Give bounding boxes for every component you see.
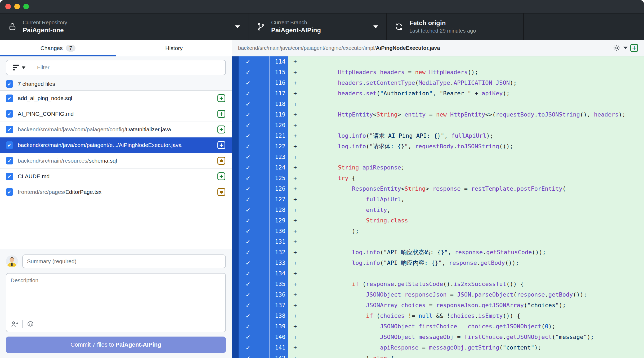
line-include-checkmark[interactable]: ✓: [239, 258, 269, 268]
added-line: + JSONObject responseJson = JSON.parseOb…: [288, 289, 644, 300]
file-checkbox[interactable]: ✓: [6, 141, 13, 149]
line-include-checkmark[interactable]: ✓: [239, 205, 269, 215]
minimize-window-button[interactable]: [14, 4, 20, 9]
file-path-label: frontend/src/pages/EditorPage.tsx: [18, 189, 217, 195]
commit-button[interactable]: Commit 7 files to PaiAgent-AIPing: [6, 337, 226, 353]
hunk-selection-strip[interactable]: [232, 311, 239, 321]
filter-options-button[interactable]: [6, 60, 32, 75]
hunk-selection-strip[interactable]: [232, 236, 239, 247]
hunk-selection-strip[interactable]: [232, 173, 239, 184]
file-row[interactable]: ✓add_ai_ping_node.sql+: [0, 91, 232, 106]
fetch-subtitle: Last fetched 29 minutes ago: [409, 28, 476, 34]
line-include-checkmark[interactable]: ✓: [239, 56, 269, 67]
hunk-selection-strip[interactable]: [232, 205, 239, 215]
line-include-checkmark[interactable]: ✓: [239, 236, 269, 247]
file-checkbox[interactable]: ✓: [6, 157, 13, 164]
file-checkbox[interactable]: ✓: [6, 95, 13, 102]
hunk-selection-strip[interactable]: [232, 88, 239, 99]
hunk-selection-strip[interactable]: [232, 162, 239, 173]
gear-icon[interactable]: [613, 44, 621, 52]
line-include-checkmark[interactable]: ✓: [239, 311, 269, 321]
hunk-selection-strip[interactable]: [232, 226, 239, 236]
line-include-checkmark[interactable]: ✓: [239, 247, 269, 258]
commit-description-box[interactable]: Description: [6, 273, 226, 332]
file-row[interactable]: ✓backend/src/main/java/com/paiagent/conf…: [0, 122, 232, 137]
hunk-selection-strip[interactable]: [232, 141, 239, 152]
tab-changes[interactable]: Changes 7: [0, 40, 116, 56]
hunk-selection-strip[interactable]: [232, 109, 239, 120]
line-include-checkmark[interactable]: ✓: [239, 321, 269, 332]
hunk-selection-strip[interactable]: [232, 289, 239, 300]
diff-options-caret-icon[interactable]: [623, 47, 628, 49]
hunk-selection-strip[interactable]: [232, 258, 239, 268]
line-include-checkmark[interactable]: ✓: [239, 268, 269, 279]
line-include-checkmark[interactable]: ✓: [239, 194, 269, 205]
line-include-checkmark[interactable]: ✓: [239, 279, 269, 289]
file-row[interactable]: ✓frontend/src/pages/EditorPage.tsx: [0, 184, 232, 200]
hunk-selection-strip[interactable]: [232, 332, 239, 342]
file-checkbox[interactable]: ✓: [6, 110, 13, 118]
line-include-checkmark[interactable]: ✓: [239, 353, 269, 358]
line-include-checkmark[interactable]: ✓: [239, 152, 269, 162]
line-include-checkmark[interactable]: ✓: [239, 78, 269, 88]
file-row[interactable]: ✓backend/src/main/java/com/paiagent/e...…: [0, 137, 232, 153]
line-include-checkmark[interactable]: ✓: [239, 141, 269, 152]
line-include-checkmark[interactable]: ✓: [239, 120, 269, 131]
file-checkbox[interactable]: ✓: [6, 173, 13, 180]
file-checkbox[interactable]: ✓: [6, 188, 13, 196]
hunk-selection-strip[interactable]: [232, 279, 239, 289]
copilot-icon[interactable]: [26, 320, 34, 328]
line-include-checkmark[interactable]: ✓: [239, 184, 269, 194]
expand-diff-icon[interactable]: +: [630, 44, 638, 52]
line-include-checkmark[interactable]: ✓: [239, 67, 269, 78]
select-all-checkbox[interactable]: ✓: [6, 80, 13, 88]
zoom-window-button[interactable]: [23, 4, 29, 9]
line-include-checkmark[interactable]: ✓: [239, 162, 269, 173]
hunk-selection-strip[interactable]: [232, 120, 239, 131]
hunk-selection-strip[interactable]: [232, 152, 239, 162]
hunk-selection-strip[interactable]: [232, 247, 239, 258]
line-number: 122: [269, 141, 288, 152]
repository-selector[interactable]: Current Repository PaiAgent-one: [0, 14, 248, 40]
file-row[interactable]: ✓CLAUDE.md+: [0, 169, 232, 184]
diff-add-marker: +: [288, 321, 304, 332]
line-include-checkmark[interactable]: ✓: [239, 332, 269, 342]
line-include-checkmark[interactable]: ✓: [239, 88, 269, 99]
hunk-selection-strip[interactable]: [232, 321, 239, 332]
hunk-selection-strip[interactable]: [232, 67, 239, 78]
hunk-selection-strip[interactable]: [232, 56, 239, 67]
added-line: + log.info("API 响应状态码: {}", response.get…: [288, 247, 644, 258]
filter-input[interactable]: [32, 60, 225, 75]
line-include-checkmark[interactable]: ✓: [239, 173, 269, 184]
tab-history[interactable]: History: [116, 40, 232, 56]
file-path-label: backend/src/main/java/com/paiagent/confi…: [18, 126, 217, 133]
file-row[interactable]: ✓AI_PING_CONFIG.md+: [0, 106, 232, 122]
hunk-selection-strip[interactable]: [232, 353, 239, 358]
line-include-checkmark[interactable]: ✓: [239, 300, 269, 311]
hunk-selection-strip[interactable]: [232, 342, 239, 353]
line-include-checkmark[interactable]: ✓: [239, 131, 269, 141]
line-include-checkmark[interactable]: ✓: [239, 342, 269, 353]
hunk-selection-strip[interactable]: [232, 300, 239, 311]
code-text: fullApiUrl,: [310, 194, 405, 205]
fetch-origin-button[interactable]: Fetch origin Last fetched 29 minutes ago: [387, 14, 524, 40]
line-include-checkmark[interactable]: ✓: [239, 109, 269, 120]
line-include-checkmark[interactable]: ✓: [239, 226, 269, 236]
hunk-selection-strip[interactable]: [232, 268, 239, 279]
file-checkbox[interactable]: ✓: [6, 126, 13, 133]
hunk-selection-strip[interactable]: [232, 194, 239, 205]
commit-summary-input[interactable]: [22, 254, 226, 268]
branch-selector[interactable]: Current Branch PaiAgent-AIPing: [248, 14, 387, 40]
line-include-checkmark[interactable]: ✓: [239, 215, 269, 226]
line-include-checkmark[interactable]: ✓: [239, 99, 269, 109]
add-coauthor-icon[interactable]: [11, 320, 19, 328]
file-row[interactable]: ✓backend/src/main/resources/schema.sql: [0, 153, 232, 169]
hunk-selection-strip[interactable]: [232, 131, 239, 141]
line-include-checkmark[interactable]: ✓: [239, 289, 269, 300]
hunk-selection-strip[interactable]: [232, 184, 239, 194]
hunk-selection-strip[interactable]: [232, 78, 239, 88]
hunk-selection-strip[interactable]: [232, 215, 239, 226]
close-window-button[interactable]: [5, 4, 11, 9]
hunk-selection-strip[interactable]: [232, 99, 239, 109]
line-number: 128: [269, 205, 288, 215]
